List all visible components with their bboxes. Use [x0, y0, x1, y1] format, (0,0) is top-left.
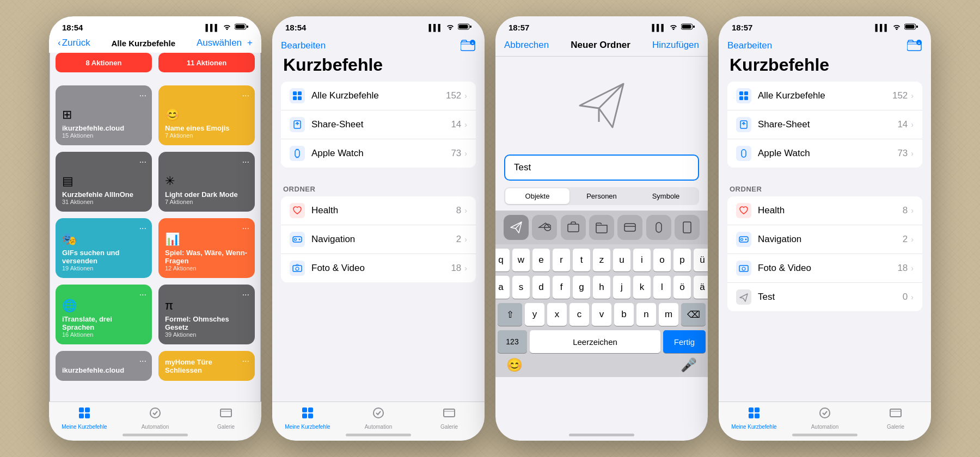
key-z[interactable]: z: [593, 249, 610, 271]
card-menu-8[interactable]: ···: [139, 356, 146, 366]
key-p[interactable]: p: [673, 249, 691, 271]
shortcut-card-7[interactable]: ··· π Formel: Ohmsches Gesetz 39 Aktione…: [158, 285, 255, 344]
key-d[interactable]: d: [532, 276, 550, 299]
add-button-1[interactable]: +: [247, 38, 253, 48]
icon-btn-phone[interactable]: [675, 215, 700, 240]
shortcut-card-8[interactable]: ··· ikurzbefehle.cloud: [56, 351, 152, 381]
icon-btn-card[interactable]: [617, 215, 642, 240]
emoji-key[interactable]: 😊: [506, 357, 523, 373]
list-row-nav-2[interactable]: Navigation 2 ›: [281, 225, 476, 254]
cloud-folder-area-4[interactable]: +: [907, 40, 922, 52]
key-y[interactable]: y: [525, 303, 544, 326]
folder-name-input[interactable]: [504, 155, 699, 181]
shortcut-card-4[interactable]: ··· 🎭 GIFs suchen und versenden 19 Aktio…: [56, 218, 152, 278]
tab-automation-1[interactable]: Automation: [120, 406, 191, 430]
card-menu-2[interactable]: ···: [139, 157, 146, 167]
key-u[interactable]: u: [613, 249, 630, 271]
tab-objekte[interactable]: Objekte: [505, 188, 569, 204]
hinzufuegen-button-3[interactable]: Hinzufügen: [652, 40, 699, 51]
back-button-1[interactable]: ‹ Zurück: [58, 38, 90, 48]
shortcut-card-5[interactable]: ··· 📊 Spiel: Was, Wäre, Wenn-Fragen 12 A…: [158, 218, 255, 278]
key-h[interactable]: h: [593, 276, 610, 299]
card-menu-6[interactable]: ···: [139, 290, 146, 300]
key-c[interactable]: c: [569, 303, 589, 326]
shortcut-card-9[interactable]: ··· myHome Türe Schliessen: [158, 351, 255, 381]
key-q[interactable]: q: [495, 249, 510, 271]
key-123[interactable]: 123: [498, 330, 527, 353]
key-l[interactable]: l: [653, 276, 671, 299]
icon-btn-watch[interactable]: [646, 215, 671, 240]
key-m[interactable]: m: [659, 303, 678, 326]
key-a[interactable]: a: [495, 276, 510, 299]
status-time-4: 18:57: [732, 23, 752, 32]
wifi-icon-3: [669, 23, 678, 32]
icon-btn-case[interactable]: [561, 215, 586, 240]
list-row-foto-2[interactable]: Foto & Video 18 ›: [281, 254, 476, 282]
key-g[interactable]: g: [573, 276, 590, 299]
shortcut-card-2[interactable]: ··· ▤ Kurzbefehle AllInOne 31 Aktionen: [56, 152, 152, 212]
shortcut-card-3[interactable]: ··· ✳ Light oder Dark Mode 7 Aktionen: [158, 152, 255, 212]
card-menu-4[interactable]: ···: [139, 224, 146, 233]
key-n[interactable]: n: [636, 303, 656, 326]
select-button-1[interactable]: Auswählen: [197, 38, 242, 48]
key-ue[interactable]: ü: [694, 249, 708, 271]
key-ae[interactable]: ä: [694, 276, 708, 299]
mic-key[interactable]: 🎤: [681, 357, 697, 373]
list-row-nav-4[interactable]: Navigation 2 ›: [727, 225, 922, 254]
shortcut-card-6[interactable]: ··· 🌐 iTranslate, drei Sprachen 16 Aktio…: [56, 285, 152, 344]
list-row-share-4[interactable]: Share-Sheet 14 ›: [727, 110, 922, 139]
tab-automation-4[interactable]: Automation: [789, 406, 860, 430]
key-t[interactable]: t: [573, 249, 590, 271]
list-row-alle-2[interactable]: Alle Kurzbefehle 152 ›: [281, 82, 476, 110]
key-o[interactable]: o: [653, 249, 671, 271]
abbrechen-button-3[interactable]: Abbrechen: [504, 40, 549, 51]
tab-personen[interactable]: Personen: [569, 188, 634, 204]
list-row-test-4[interactable]: Test 0 ›: [727, 283, 922, 311]
icon-btn-arrow[interactable]: [532, 215, 557, 240]
card-menu-9[interactable]: ···: [242, 356, 249, 366]
key-oe[interactable]: ö: [673, 276, 691, 299]
tab-automation-2[interactable]: Automation: [343, 406, 414, 430]
key-space[interactable]: Leerzeichen: [530, 330, 660, 353]
tab-meine-kurzbefehle-1[interactable]: Meine Kurzbefehle: [49, 406, 120, 430]
key-s[interactable]: s: [512, 276, 530, 299]
icon-btn-plane[interactable]: [504, 215, 529, 240]
icon-btn-folder[interactable]: [589, 215, 614, 240]
shortcut-card-1[interactable]: ··· 😊 Name eines Emojis 7 Aktionen: [158, 85, 255, 145]
cloud-folder-area-2[interactable]: +: [461, 40, 476, 52]
key-v[interactable]: v: [592, 303, 611, 326]
list-row-foto-4[interactable]: Foto & Video 18 ›: [727, 254, 922, 283]
key-r[interactable]: r: [553, 249, 570, 271]
list-row-health-4[interactable]: Health 8 ›: [727, 196, 922, 225]
key-delete[interactable]: ⌫: [681, 303, 706, 326]
card-menu-7[interactable]: ···: [242, 290, 249, 300]
tab-meine-kurzbefehle-2[interactable]: Meine Kurzbefehle: [272, 406, 343, 430]
bearbeiten-button-4[interactable]: Bearbeiten: [727, 40, 772, 51]
list-row-health-2[interactable]: Health 8 ›: [281, 196, 476, 225]
card-menu-1[interactable]: ···: [242, 91, 249, 101]
key-shift[interactable]: ⇧: [498, 303, 522, 326]
list-row-share-2[interactable]: Share-Sheet 14 ›: [281, 110, 476, 139]
key-x[interactable]: x: [547, 303, 567, 326]
key-e[interactable]: e: [532, 249, 550, 271]
key-i[interactable]: i: [633, 249, 651, 271]
shortcut-card-0[interactable]: ··· ⊞ ikurzbefehle.cloud 15 Aktionen: [56, 85, 152, 145]
key-b[interactable]: b: [614, 303, 634, 326]
tab-galerie-4[interactable]: Galerie: [860, 406, 931, 430]
bearbeiten-button-2[interactable]: Bearbeiten: [281, 40, 326, 51]
tab-symbole[interactable]: Symbole: [634, 188, 698, 204]
tab-galerie-1[interactable]: Galerie: [191, 406, 261, 430]
card-menu-3[interactable]: ···: [242, 157, 249, 167]
list-row-watch-2[interactable]: Apple Watch 73 ›: [281, 139, 476, 168]
list-row-alle-4[interactable]: Alle Kurzbefehle 152 ›: [727, 82, 922, 110]
key-f[interactable]: f: [553, 276, 570, 299]
key-w[interactable]: w: [512, 249, 530, 271]
card-menu-5[interactable]: ···: [242, 224, 249, 233]
list-row-watch-4[interactable]: Apple Watch 73 ›: [727, 139, 922, 168]
tab-meine-kurzbefehle-4[interactable]: Meine Kurzbefehle: [719, 406, 789, 430]
key-k[interactable]: k: [633, 276, 651, 299]
tab-galerie-2[interactable]: Galerie: [414, 406, 485, 430]
key-fertig[interactable]: Fertig: [663, 330, 706, 353]
card-menu-0[interactable]: ···: [139, 91, 146, 101]
key-j[interactable]: j: [613, 276, 630, 299]
